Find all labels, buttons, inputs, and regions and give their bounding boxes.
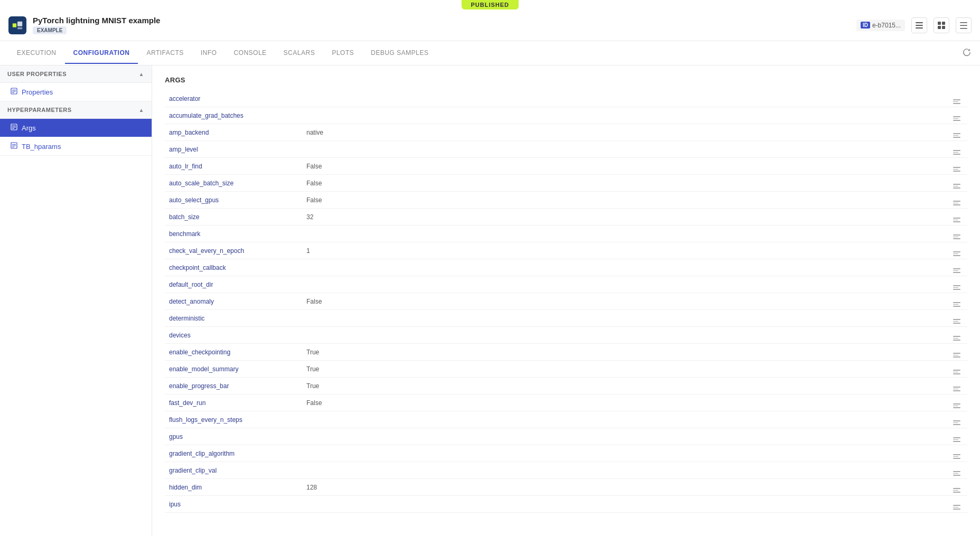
args-label: Args	[22, 124, 36, 132]
row-menu-button[interactable]	[946, 330, 967, 341]
config-value	[302, 316, 946, 321]
tab-bar: EXECUTION CONFIGURATION ARTIFACTS INFO C…	[0, 41, 980, 65]
config-value	[302, 452, 946, 456]
menu-lines-icon	[953, 505, 960, 510]
svg-rect-9	[942, 26, 945, 29]
tab-configuration[interactable]: CONFIGURATION	[65, 43, 138, 64]
tab-artifacts[interactable]: ARTIFACTS	[138, 43, 192, 64]
row-menu-button[interactable]	[946, 398, 967, 408]
row-menu-button[interactable]	[946, 279, 967, 290]
table-row: checkpoint_callback	[165, 259, 967, 276]
config-value: False	[302, 397, 946, 409]
row-menu-button[interactable]	[946, 229, 967, 239]
row-menu-button[interactable]	[946, 110, 967, 121]
header: PyTorch lightning MNIST example EXAMPLE …	[0, 10, 980, 41]
menu-lines-icon	[953, 251, 960, 256]
main-layout: USER PROPERTIES ▲ Properties HYPERPARAME…	[0, 65, 980, 536]
table-row: check_val_every_n_epoch1	[165, 242, 967, 259]
document-icon	[11, 88, 17, 96]
config-key: gradient_clip_algorithm	[165, 448, 302, 459]
menu-lines-icon	[953, 420, 960, 425]
sidebar-item-args[interactable]: Args	[0, 119, 152, 137]
menu-lines-icon	[953, 184, 960, 189]
section-title: ARGS	[165, 76, 967, 84]
row-menu-button[interactable]	[946, 499, 967, 510]
tb-hparams-document-icon	[11, 142, 17, 151]
config-key: devices	[165, 330, 302, 341]
tab-scalars[interactable]: SCALARS	[275, 43, 324, 64]
table-row: auto_lr_findFalse	[165, 158, 967, 175]
list-view-button[interactable]	[911, 17, 927, 33]
experiment-id: ID e-b7015...	[856, 20, 905, 31]
table-row: flush_logs_every_n_steps	[165, 411, 967, 428]
config-value	[302, 147, 946, 152]
menu-lines-icon	[953, 285, 960, 290]
row-menu-button[interactable]	[946, 296, 967, 307]
app-logo	[8, 16, 26, 34]
config-value: False	[302, 194, 946, 206]
sidebar-section-user-properties[interactable]: USER PROPERTIES ▲	[0, 65, 152, 83]
row-menu-button[interactable]	[946, 364, 967, 374]
row-menu-button[interactable]	[946, 465, 967, 476]
config-key: gradient_clip_val	[165, 465, 302, 476]
hyperparameters-chevron: ▲	[139, 107, 144, 113]
table-row: hidden_dim128	[165, 479, 967, 496]
config-value: False	[302, 177, 946, 189]
refresh-button[interactable]	[962, 48, 972, 59]
config-value	[302, 283, 946, 287]
tab-plots[interactable]: PLOTS	[323, 43, 362, 64]
config-key: default_root_dir	[165, 279, 302, 290]
config-value	[302, 502, 946, 506]
table-row: accumulate_grad_batches	[165, 107, 967, 124]
row-menu-button[interactable]	[946, 93, 967, 104]
row-menu-button[interactable]	[946, 262, 967, 273]
table-row: amp_level	[165, 141, 967, 158]
config-key: detect_anomaly	[165, 296, 302, 307]
header-actions: ID e-b7015...	[856, 17, 972, 33]
table-row: gpus	[165, 428, 967, 445]
table-row: amp_backendnative	[165, 124, 967, 141]
menu-lines-icon	[953, 454, 960, 459]
config-key: enable_progress_bar	[165, 380, 302, 392]
sidebar-item-tb-hparams[interactable]: TB_hparams	[0, 137, 152, 156]
sidebar-section-hyperparameters[interactable]: HYPERPARAMETERS ▲	[0, 101, 152, 119]
row-menu-button[interactable]	[946, 448, 967, 459]
menu-lines-icon	[953, 353, 960, 358]
sidebar-item-properties[interactable]: Properties	[0, 83, 152, 101]
sidebar: USER PROPERTIES ▲ Properties HYPERPARAME…	[0, 65, 152, 536]
config-key: auto_select_gpus	[165, 194, 302, 206]
row-menu-button[interactable]	[946, 415, 967, 425]
row-menu-button[interactable]	[946, 127, 967, 138]
id-value: e-b7015...	[872, 22, 901, 29]
row-menu-button[interactable]	[946, 347, 967, 358]
row-menu-button[interactable]	[946, 431, 967, 442]
menu-lines-icon	[953, 471, 960, 476]
row-menu-button[interactable]	[946, 144, 967, 155]
row-menu-button[interactable]	[946, 246, 967, 256]
row-menu-button[interactable]	[946, 313, 967, 324]
tab-debug-samples[interactable]: DEBUG SAMPLES	[362, 43, 437, 64]
row-menu-button[interactable]	[946, 212, 967, 222]
tab-info[interactable]: INFO	[192, 43, 226, 64]
layout-view-button[interactable]	[934, 17, 949, 33]
svg-rect-1	[17, 21, 22, 26]
row-menu-button[interactable]	[946, 195, 967, 205]
config-value: 128	[302, 482, 946, 493]
tab-console[interactable]: CONSOLE	[225, 43, 275, 64]
more-menu-button[interactable]	[956, 17, 972, 33]
row-menu-button[interactable]	[946, 161, 967, 172]
menu-lines-icon	[953, 319, 960, 324]
properties-label: Properties	[22, 88, 53, 96]
config-value	[302, 333, 946, 337]
config-value: True	[302, 363, 946, 375]
row-menu-button[interactable]	[946, 381, 967, 391]
hyperparameters-label: HYPERPARAMETERS	[7, 107, 72, 113]
config-value: True	[302, 380, 946, 392]
row-menu-button[interactable]	[946, 482, 967, 493]
content-area: ARGS acceleratoraccumulate_grad_batchesa…	[152, 65, 980, 536]
row-menu-button[interactable]	[946, 178, 967, 189]
tb-hparams-label: TB_hparams	[22, 143, 61, 151]
config-value	[302, 418, 946, 422]
menu-lines-icon	[953, 268, 960, 273]
tab-execution[interactable]: EXECUTION	[8, 43, 65, 64]
